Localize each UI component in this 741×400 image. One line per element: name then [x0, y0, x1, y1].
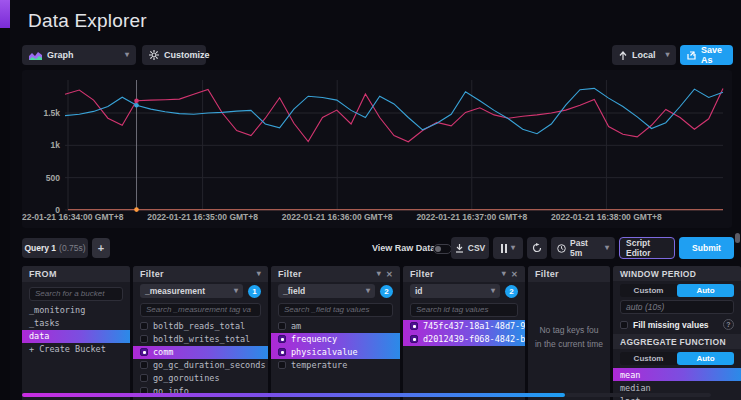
from-panel-header: FROM — [22, 266, 130, 282]
save-as-button[interactable]: Save As — [680, 45, 733, 65]
tag-key-dropdown[interactable]: _field ▾ — [278, 284, 375, 298]
tag-key-dropdown[interactable]: _measurement ▾ — [140, 284, 243, 298]
close-icon[interactable]: ✕ — [386, 270, 393, 279]
page-title: Data Explorer — [28, 10, 147, 32]
create-bucket-button[interactable]: + Create Bucket — [22, 343, 130, 356]
tag-value-item-selected[interactable]: d2012439-f068-4842-bfef-8… — [403, 333, 525, 346]
custom-option[interactable]: Custom — [620, 352, 677, 365]
time-range-dropdown[interactable]: Past 5m ▾ — [551, 237, 615, 259]
query-tab[interactable]: Query 1 (0.75s) — [22, 238, 88, 258]
tag-key-label: id — [415, 286, 423, 296]
svg-text:2022-01-21 16:34:00 GMT+8: 2022-01-21 16:34:00 GMT+8 — [22, 212, 124, 222]
svg-text:1.5k: 1.5k — [43, 108, 60, 118]
tag-value-label: am — [291, 321, 301, 331]
tag-value-item-selected[interactable]: physicalvalue — [271, 346, 400, 359]
tag-value-item-selected[interactable]: comm — [133, 346, 268, 359]
customize-label: Customize — [164, 50, 210, 60]
submit-button[interactable]: Submit — [679, 237, 734, 259]
tag-value-item-selected[interactable]: 745fc437-18a1-48d7-98a6-7… — [403, 320, 525, 333]
checkbox-checked — [410, 322, 418, 330]
tag-value-item[interactable]: boltdb_writes_total — [133, 333, 268, 346]
toggle-knob — [435, 246, 441, 252]
app-logo[interactable] — [0, 0, 10, 28]
checkbox-checked — [410, 335, 418, 343]
refresh-button[interactable] — [527, 237, 547, 259]
fill-missing-values-row[interactable]: Fill missing values ? — [613, 318, 741, 334]
submit-label: Submit — [692, 243, 721, 253]
tag-value-item[interactable]: am — [271, 320, 400, 333]
aggregate-function-selected[interactable]: mean — [613, 368, 741, 381]
aggregate-mode-toggle[interactable]: Custom Auto — [620, 352, 734, 365]
vertical-scrollbar[interactable] — [735, 233, 740, 243]
tag-value-item[interactable]: boltdb_reads_total — [133, 320, 268, 333]
bucket-item[interactable]: _tasks — [22, 317, 130, 330]
add-query-button[interactable]: + — [92, 238, 110, 258]
filter-panel-title: Filter — [278, 269, 302, 279]
checkbox — [140, 335, 148, 343]
create-bucket-label: + Create Bucket — [29, 344, 106, 354]
time-range-label: Past 5m — [570, 238, 597, 258]
filter-panel-title: Filter — [140, 269, 164, 279]
function-label: mean — [620, 370, 640, 380]
bucket-item[interactable]: _monitoring — [22, 304, 130, 317]
function-label: median — [620, 383, 651, 393]
auto-option-selected[interactable]: Auto — [677, 352, 734, 365]
auto-option-selected[interactable]: Auto — [677, 284, 734, 297]
checkbox-checked — [278, 335, 286, 343]
tag-value-item[interactable]: go_goroutines — [133, 372, 268, 385]
svg-text:2022-01-21 16:38:00 GMT+8: 2022-01-21 16:38:00 GMT+8 — [551, 212, 662, 222]
clock-icon — [557, 244, 566, 253]
bucket-label: _monitoring — [29, 305, 85, 315]
pause-icon — [501, 244, 507, 253]
svg-text:2022-01-21 16:36:00 GMT+8: 2022-01-21 16:36:00 GMT+8 — [282, 212, 393, 222]
tag-value-item-selected[interactable]: frequency — [271, 333, 400, 346]
pause-dropdown-button[interactable]: ▾ — [493, 237, 523, 259]
view-raw-data-toggle[interactable] — [433, 244, 452, 254]
checkbox — [140, 374, 148, 382]
chevron-down-icon[interactable]: ▾ — [502, 270, 506, 278]
tag-value-item[interactable]: go_gc_duration_seconds — [133, 359, 268, 372]
download-icon — [455, 244, 464, 253]
nav-sidebar-collapsed[interactable] — [0, 0, 10, 400]
tag-value-search-input[interactable] — [140, 303, 261, 317]
filter-panel-measurement: Filter ▾ _measurement ▾ 1 boltdb_reads_t… — [133, 266, 268, 400]
custom-option[interactable]: Custom — [620, 284, 677, 297]
visualization-type-dropdown[interactable]: Graph ▾ — [22, 45, 136, 65]
tag-value-search-input[interactable] — [410, 303, 518, 317]
window-period-input[interactable]: auto (10s) — [620, 300, 734, 314]
query-duration: (0.75s) — [59, 243, 85, 253]
query-tab-label: Query 1 — [24, 243, 56, 253]
line-chart[interactable]: 1.5k1k50002022-01-21 16:34:00 GMT+82022-… — [22, 70, 732, 228]
tag-key-dropdown[interactable]: id ▾ — [410, 284, 500, 298]
help-icon[interactable]: ? — [723, 319, 734, 330]
script-editor-button[interactable]: Script Editor — [619, 237, 675, 259]
bucket-search-input[interactable] — [29, 287, 123, 301]
checkbox-checked — [140, 348, 148, 356]
chevron-down-icon: ▾ — [605, 244, 609, 252]
horizontal-scrollbar-track[interactable] — [565, 393, 711, 397]
bucket-item-selected[interactable]: data — [22, 330, 130, 343]
chevron-down-icon: ▾ — [666, 51, 670, 59]
svg-text:2022-01-21 16:37:00 GMT+8: 2022-01-21 16:37:00 GMT+8 — [416, 212, 527, 222]
tag-value-item[interactable]: temperature — [271, 359, 400, 372]
write-target-dropdown[interactable]: Local ▾ — [612, 45, 676, 65]
tag-key-label: _measurement — [145, 286, 205, 296]
customize-button[interactable]: Customize — [142, 45, 206, 65]
chevron-down-icon: ▾ — [511, 244, 515, 252]
checkbox — [278, 322, 286, 330]
chevron-down-icon[interactable]: ▾ — [377, 270, 381, 278]
chart-panel[interactable]: 1.5k1k50002022-01-21 16:34:00 GMT+82022-… — [22, 70, 732, 228]
filter-panel-title: Filter — [535, 269, 559, 279]
checkbox[interactable] — [620, 321, 628, 329]
from-bucket-panel: FROM _monitoring _tasks data + Create Bu… — [22, 266, 130, 400]
view-raw-data-label: View Raw Data — [372, 243, 435, 253]
download-csv-button[interactable]: CSV — [451, 237, 489, 259]
close-icon[interactable]: ✕ — [511, 270, 518, 279]
tag-value-search-input[interactable] — [278, 303, 393, 317]
export-icon — [687, 51, 696, 60]
window-period-mode-toggle[interactable]: Custom Auto — [620, 284, 734, 297]
checkbox — [278, 361, 286, 369]
horizontal-scrollbar-thumb[interactable] — [22, 393, 565, 397]
chevron-down-icon[interactable]: ▾ — [257, 270, 261, 278]
tag-value-label: go_goroutines — [153, 373, 220, 383]
